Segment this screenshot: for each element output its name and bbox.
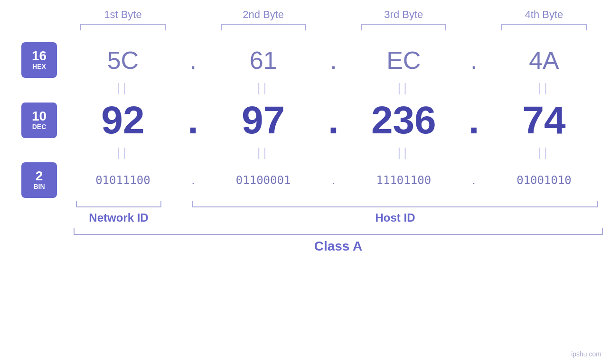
- bin-badge: 2 BIN: [21, 162, 57, 198]
- dot-spacer2: [324, 9, 343, 30]
- dot-bin-2: .: [324, 174, 343, 187]
- eq-4: ||: [492, 81, 596, 95]
- network-bracket-container: Network ID: [66, 201, 171, 224]
- dec-value-3: 236: [351, 98, 456, 142]
- dot-bin-1: .: [184, 174, 203, 187]
- dec-badge-cell: 10 DEC: [0, 103, 66, 138]
- class-container: Class A: [74, 228, 610, 254]
- bottom-bracket-net: [76, 201, 161, 207]
- byte-col-3: 3rd Byte: [351, 9, 456, 30]
- top-bracket-4: [501, 24, 587, 30]
- bin-value-2: 01100001: [211, 174, 316, 187]
- byte-label-2: 2nd Byte: [243, 9, 284, 21]
- byte-col-4: 4th Byte: [492, 9, 596, 30]
- spacer: [0, 9, 66, 30]
- top-bracket-1: [80, 24, 166, 30]
- dec-value-2: 97: [211, 98, 316, 142]
- byte-label-3: 3rd Byte: [384, 9, 423, 21]
- hex-badge-cell: 16 HEX: [0, 42, 66, 78]
- byte-label-1: 1st Byte: [104, 9, 141, 21]
- main-layout: 1st Byte 2nd Byte 3rd Byte 4th Byte: [0, 0, 610, 364]
- eq2-2: ||: [211, 145, 316, 160]
- dec-value-4: 74: [492, 98, 596, 142]
- top-bracket-2: [221, 24, 306, 30]
- dot-dec-1: .: [184, 98, 203, 142]
- bin-badge-number: 2: [36, 169, 43, 183]
- hex-value-2: 61: [211, 46, 316, 75]
- dot-dec-2: .: [324, 98, 343, 142]
- dec-badge: 10 DEC: [21, 103, 57, 138]
- bin-value-3: 11101100: [351, 174, 456, 187]
- byte-col-2: 2nd Byte: [211, 9, 316, 30]
- host-id-label: Host ID: [375, 211, 415, 224]
- eq-3: ||: [351, 81, 456, 95]
- hex-value-1: 5C: [71, 46, 175, 75]
- dec-badge-number: 10: [32, 110, 47, 123]
- hex-value-3: EC: [351, 46, 456, 75]
- top-bracket-3: [361, 24, 446, 30]
- eq-1: ||: [71, 81, 175, 95]
- dec-badge-label: DEC: [32, 123, 47, 131]
- dot-bin-3: .: [464, 174, 483, 187]
- class-bracket: [74, 228, 603, 235]
- bin-value-4: 01001010: [492, 174, 596, 187]
- dot-spacer: [184, 9, 203, 30]
- bin-badge-cell: 2 BIN: [0, 162, 66, 198]
- hex-badge: 16 HEX: [21, 42, 57, 78]
- dec-value-1: 92: [71, 98, 175, 142]
- hex-value-4: 4A: [492, 46, 596, 75]
- byte-col-1: 1st Byte: [71, 9, 175, 30]
- dot-hex-3: .: [464, 46, 483, 75]
- dot-hex-1: .: [184, 46, 203, 75]
- class-label: Class A: [314, 239, 363, 254]
- eq2-4: ||: [492, 145, 596, 160]
- watermark: ipshu.com: [571, 350, 601, 358]
- dot-spacer3: [464, 9, 483, 30]
- spacer-class: [0, 228, 74, 254]
- watermark-text: ipshu.com: [571, 350, 601, 358]
- network-id-label: Network ID: [89, 211, 148, 224]
- bottom-bracket-host: [192, 201, 598, 207]
- bin-value-1: 01011100: [71, 174, 175, 187]
- eq2-3: ||: [351, 145, 456, 160]
- hex-badge-number: 16: [32, 49, 47, 63]
- spacer-bot: [0, 201, 66, 224]
- eq2-1: ||: [71, 145, 175, 160]
- byte-label-4: 4th Byte: [525, 9, 563, 21]
- hex-badge-label: HEX: [32, 63, 46, 71]
- bin-badge-label: BIN: [33, 183, 45, 191]
- eq-2: ||: [211, 81, 316, 95]
- dot-hex-2: .: [324, 46, 343, 75]
- host-bracket-container: Host ID: [190, 201, 601, 224]
- dot-dec-3: .: [464, 98, 483, 142]
